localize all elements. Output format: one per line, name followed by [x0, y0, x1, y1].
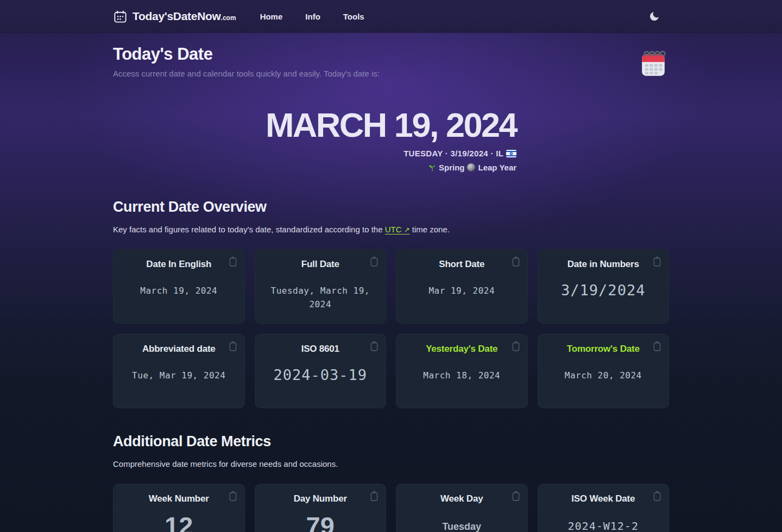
- card-label: Date in Numbers: [546, 259, 661, 270]
- card-value: 79: [263, 511, 379, 532]
- card-value: 2024-03-19: [263, 366, 379, 383]
- brand-logo[interactable]: Today'sDateNow.com: [113, 9, 236, 24]
- card-label: Abbreviated date: [121, 344, 237, 354]
- card-value: 12: [121, 511, 237, 532]
- date-meta-line: TUESDAY · 3/19/2024 · IL: [266, 149, 516, 159]
- copy-button[interactable]: [228, 255, 238, 268]
- israel-flag-icon: [506, 150, 516, 159]
- card-yesterdays-date: Yesterday's Date March 18, 2024: [396, 334, 528, 408]
- nav-link-tools[interactable]: Tools: [343, 12, 364, 21]
- card-iso-week-date: ISO Week Date 2024-W12-2: [538, 484, 670, 532]
- card-value: Tuesday: [404, 521, 520, 532]
- card-iso-8601: ISO 8601 2024-03-19: [255, 334, 387, 408]
- copy-button[interactable]: [652, 340, 663, 353]
- clipboard-icon: [229, 256, 237, 267]
- metrics-card-grid: Week Number 12 Day Number 79 Week Day Tu…: [113, 484, 669, 532]
- hero-date-block: MARCH 19, 2024 TUESDAY · 3/19/2024 · IL …: [113, 105, 669, 174]
- card-date-in-numbers: Date in Numbers 3/19/2024: [538, 249, 670, 324]
- clipboard-icon: [370, 341, 379, 352]
- copy-button[interactable]: [652, 255, 663, 268]
- card-abbreviated-date: Abbreviated date Tue, Mar 19, 2024: [113, 334, 245, 408]
- clipboard-icon: [370, 491, 379, 502]
- card-week-number: Week Number 12: [113, 484, 245, 532]
- date-season-line: Spring Leap Year: [266, 163, 516, 174]
- nav-link-info[interactable]: Info: [305, 12, 320, 21]
- clipboard-icon: [653, 341, 661, 352]
- card-value: 2024-W12-2: [546, 520, 661, 532]
- section-title: Additional Date Metrics: [113, 433, 669, 450]
- card-value: March 20, 2024: [546, 369, 661, 383]
- card-label: Week Day: [404, 493, 520, 504]
- card-label: ISO Week Date: [546, 493, 661, 504]
- theme-toggle-button[interactable]: [646, 8, 663, 24]
- copy-button[interactable]: [228, 490, 238, 503]
- card-value: March 19, 2024: [121, 284, 237, 298]
- crescent-moon-icon: [648, 10, 660, 22]
- clipboard-icon: [512, 341, 520, 352]
- card-tomorrows-date: Tomorrow's Date March 20, 2024: [538, 334, 670, 408]
- section-description: Comprehensive date metrics for diverse n…: [113, 459, 669, 468]
- card-label: ISO 8601: [263, 344, 379, 354]
- clipboard-icon: [512, 256, 520, 267]
- copy-button[interactable]: [369, 255, 380, 268]
- brand-name: Today'sDateNow: [133, 10, 221, 22]
- card-value: Tuesday, March 19, 2024: [263, 284, 379, 312]
- card-label: Full Date: [263, 259, 379, 270]
- new-moon-icon: [466, 163, 476, 174]
- copy-button[interactable]: [510, 340, 521, 353]
- nav-links: Home Info Tools: [260, 12, 364, 21]
- card-label: Yesterday's Date: [404, 344, 520, 354]
- overview-card-grid: Date In English March 19, 2024 Full Date…: [113, 249, 669, 408]
- card-value: Tue, Mar 19, 2024: [121, 369, 237, 383]
- copy-button[interactable]: [369, 490, 380, 503]
- section-current-date-overview: Current Date Overview Key facts and figu…: [113, 199, 669, 408]
- card-label: Day Number: [263, 493, 379, 504]
- copy-button[interactable]: [228, 340, 238, 353]
- card-label: Week Number: [121, 493, 237, 504]
- clipboard-icon: [653, 256, 661, 267]
- calendar-outline-icon: [113, 9, 128, 24]
- clipboard-icon: [229, 341, 237, 352]
- page-title: Today's Date: [113, 45, 380, 64]
- clipboard-icon: [229, 491, 237, 502]
- section-additional-date-metrics: Additional Date Metrics Comprehensive da…: [113, 433, 669, 532]
- copy-button[interactable]: [510, 255, 521, 268]
- clipboard-icon: [370, 256, 379, 267]
- brand-suffix: .com: [221, 14, 236, 22]
- section-title: Current Date Overview: [113, 199, 669, 216]
- card-value: 3/19/2024: [546, 282, 661, 299]
- card-week-day: Week Day Tuesday: [396, 484, 528, 532]
- nav-link-home[interactable]: Home: [260, 12, 283, 21]
- card-short-date: Short Date Mar 19, 2024: [396, 249, 528, 324]
- card-label: Date In English: [121, 259, 237, 270]
- navbar: Today'sDateNow.com Home Info Tools: [0, 0, 782, 33]
- card-value: Mar 19, 2024: [404, 284, 520, 298]
- clipboard-icon: [512, 491, 520, 502]
- copy-button[interactable]: [369, 340, 380, 353]
- card-full-date: Full Date Tuesday, March 19, 2024: [255, 249, 387, 324]
- card-date-in-english: Date In English March 19, 2024: [113, 249, 245, 324]
- spiral-calendar-emoji: [638, 48, 669, 79]
- clipboard-icon: [653, 491, 661, 502]
- seedling-icon: [428, 163, 437, 174]
- copy-button[interactable]: [510, 490, 521, 503]
- card-label: Tomorrow's Date: [546, 344, 661, 354]
- external-link-arrow-icon: ↗: [404, 226, 410, 234]
- copy-button[interactable]: [652, 490, 663, 503]
- page-subtitle: Access current date and calendar tools q…: [113, 69, 380, 78]
- card-label: Short Date: [404, 259, 520, 270]
- card-day-number: Day Number 79: [255, 484, 387, 532]
- utc-link[interactable]: UTC ↗: [385, 225, 410, 234]
- section-description: Key facts and figures related to today's…: [113, 225, 669, 234]
- big-date: MARCH 19, 2024: [266, 105, 516, 144]
- card-value: March 18, 2024: [404, 369, 520, 383]
